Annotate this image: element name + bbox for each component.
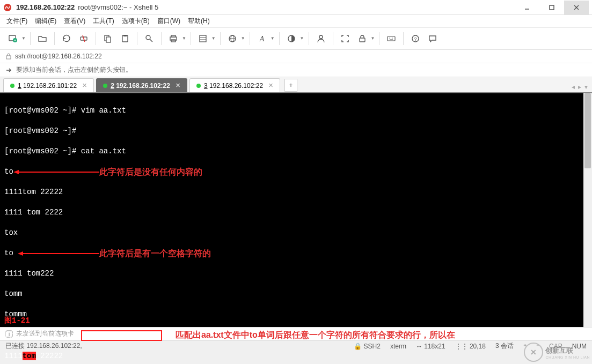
close-button[interactable] [564,1,589,14]
dropdown-icon[interactable]: ▼ [211,36,216,41]
window-buttons [515,1,589,14]
prompt: [root@vms002 ~]# [4,127,81,135]
menu-window[interactable]: 窗口(W) [157,17,180,26]
menu-file[interactable]: 文件(F) [6,17,27,26]
scrollbar-thumb[interactable] [584,93,591,168]
arrow-add-icon[interactable] [5,66,13,74]
menu-help[interactable]: 帮助(H) [188,17,210,26]
output: tox [4,228,18,237]
output: to [4,248,18,258]
tab-3[interactable]: 3 192.168.26.102:22 ✕ [189,78,280,92]
tab-1[interactable]: 1 192.168.26.101:22 ✕ [3,78,94,92]
scrollbar[interactable] [583,93,592,327]
tab-num: 2 [111,82,114,90]
dropdown-icon[interactable]: ▼ [21,36,26,41]
search-button[interactable] [142,31,157,46]
chat-button[interactable] [425,31,440,46]
terminal[interactable]: [root@vms002 ~]# vim aa.txt [root@vms002… [0,93,592,327]
svg-rect-17 [171,35,176,37]
font-button[interactable]: A [254,31,269,46]
output: 1111 tom 2222 [4,208,63,217]
annotation-text: 此字符后是有一个空格字符的 [99,248,211,258]
tab-num: 3 [204,82,208,90]
watermark-brand: 创新互联 [545,346,590,355]
svg-rect-19 [200,35,206,42]
svg-text:?: ? [414,36,417,42]
menu-tab[interactable]: 选项卡(B) [122,17,150,26]
fullscreen-button[interactable] [338,31,353,46]
svg-rect-13 [123,35,127,36]
copy-button[interactable] [100,31,115,46]
dropdown-icon[interactable]: ▼ [271,36,275,41]
svg-rect-28 [360,38,365,42]
color-scheme-button[interactable] [284,31,299,46]
tab-label: 192.168.26.102:22 [209,82,263,90]
dropdown-icon[interactable]: ▼ [182,36,186,41]
lock-icon [5,53,12,60]
svg-point-14 [146,35,150,40]
svg-rect-29 [388,36,395,41]
open-button[interactable] [35,31,50,46]
figure-label: 图1-21 [4,316,30,325]
tab-label: 192.168.26.101:22 [23,82,77,90]
minimize-button[interactable] [515,1,539,14]
svg-rect-11 [106,37,111,42]
title-bar: 192.168.26.102:22 root@vms002:~ - Xshell… [0,0,592,15]
output: to [4,167,13,177]
watermark-logo-icon: ✕ [524,343,543,362]
watermark-sub: CHUANG XIN HU LIAN [545,355,590,359]
help-button[interactable]: ? [408,31,423,46]
encoding-button[interactable] [225,31,240,46]
hint-bar: 要添加当前会话，点击左侧的箭头按钮。 [0,63,592,77]
print-button[interactable] [166,31,181,46]
app-icon [3,3,12,12]
dropdown-icon[interactable]: ▼ [241,36,245,41]
tab-label: 192.168.26.102:22 [116,82,170,90]
output: 22222 [36,352,63,360]
tab-close-icon[interactable]: ✕ [176,82,180,89]
tab-2[interactable]: 2 192.168.26.102:22 ✕ [96,78,187,92]
address-bar[interactable]: ssh://root@192.168.26.102:22 [0,49,592,63]
svg-marker-40 [18,251,23,256]
prompt: [root@vms002 ~]# [4,147,81,155]
dropdown-icon[interactable]: ▼ [300,36,304,41]
maximize-button[interactable] [539,1,564,14]
tab-next-icon[interactable]: ▸ [577,83,582,91]
svg-line-15 [150,39,152,42]
tab-num: 1 [18,82,21,90]
tab-close-icon[interactable]: ✕ [268,82,273,89]
tab-prev-icon[interactable]: ◂ [571,83,576,91]
dropdown-icon[interactable]: ▼ [371,36,375,41]
menu-view[interactable]: 查看(V) [64,17,85,26]
prompt: [root@vms002 ~]# [4,106,81,115]
svg-text:+: + [14,39,16,42]
disconnect-button[interactable] [76,31,91,46]
status-dot-icon [196,84,201,88]
annotation-arrow-icon [13,169,99,175]
status-dot-icon [10,84,14,88]
cmd: vim aa.txt [81,106,126,115]
tab-list-icon[interactable]: ▾ [583,83,589,91]
svg-line-9 [83,35,85,42]
lock-button[interactable] [355,31,370,46]
tab-close-icon[interactable]: ✕ [82,82,87,89]
tab-add-button[interactable]: + [284,79,297,92]
new-session-button[interactable]: + [5,31,20,46]
watermark: ✕ 创新互联 CHUANG XIN HU LIAN [524,343,590,362]
menu-edit[interactable]: 编辑(E) [35,17,56,26]
match: tom [23,352,36,360]
tab-nav: ◂ ▸ ▾ [571,83,589,92]
properties-button[interactable] [195,31,210,46]
paste-button[interactable] [118,31,133,46]
output: 1111 tom222 [4,269,54,278]
reconnect-button[interactable] [59,31,74,46]
svg-rect-18 [171,40,176,42]
keyboard-button[interactable] [384,31,399,46]
svg-rect-2 [550,5,554,10]
tab-row: 1 192.168.26.101:22 ✕ 2 192.168.26.102:2… [0,77,592,93]
user-button[interactable] [313,31,328,46]
output: tomm [4,289,23,298]
title-rest: root@vms002:~ - Xshell 5 [78,3,158,11]
menu-tools[interactable]: 工具(T) [93,17,114,26]
svg-rect-36 [6,56,11,59]
